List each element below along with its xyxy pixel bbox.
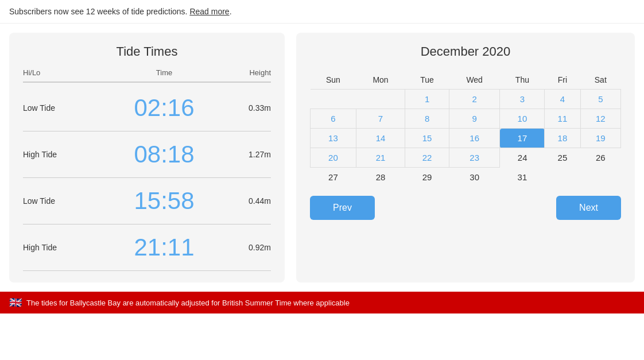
- calendar-day[interactable]: 6: [311, 109, 356, 129]
- tide-table-header: Hi/Lo Time Height: [23, 68, 271, 83]
- calendar-day[interactable]: 16: [449, 129, 500, 148]
- calendar-day[interactable]: 1: [405, 90, 449, 109]
- calendar-day[interactable]: 8: [405, 109, 449, 129]
- calendar-day[interactable]: 21: [356, 148, 405, 168]
- calendar-day-inactive: 26: [580, 148, 620, 168]
- tide-height: 1.27m: [225, 150, 271, 159]
- calendar-day[interactable]: 12: [580, 109, 620, 129]
- bottom-bar: 🇬🇧 The tides for Ballycastle Bay are aut…: [0, 292, 644, 313]
- tide-hilo: High Tide: [23, 243, 103, 252]
- top-bar: Subscribers now see 12 weeks of tide pre…: [0, 0, 644, 24]
- calendar-day[interactable]: 2: [449, 90, 500, 109]
- calendar-day-header: Sat: [580, 71, 620, 90]
- calendar-day[interactable]: 15: [405, 129, 449, 148]
- calendar-grid: SunMonTueWedThuFriSat 123456789101112131…: [310, 71, 621, 187]
- calendar-day[interactable]: 3: [500, 90, 545, 109]
- calendar-day-header: Mon: [356, 71, 405, 90]
- tide-hilo: Low Tide: [23, 196, 103, 206]
- calendar-day[interactable]: 19: [580, 129, 620, 148]
- calendar-day[interactable]: 9: [449, 109, 500, 129]
- calendar-day-inactive: 24: [500, 148, 545, 168]
- read-more-link[interactable]: Read more: [189, 7, 229, 16]
- calendar-day[interactable]: 14: [356, 129, 405, 148]
- calendar-body: 1234567891011121314151617181920212223242…: [311, 90, 621, 187]
- calendar-day-inactive: 30: [449, 168, 500, 187]
- tide-row: High Tide 08:18 1.27m: [23, 131, 271, 178]
- calendar-day-inactive: 28: [356, 168, 405, 187]
- tide-panel-title: Tide Times: [23, 44, 271, 59]
- tide-height: 0.44m: [225, 196, 271, 206]
- tide-hilo: High Tide: [23, 150, 103, 159]
- calendar-day-inactive: 27: [311, 168, 356, 187]
- calendar-day[interactable]: 10: [500, 109, 545, 129]
- flag-icon: 🇬🇧: [9, 296, 22, 309]
- tide-rows-container: Low Tide 02:16 0.33m High Tide 08:18 1.2…: [23, 85, 271, 271]
- tide-time: 02:16: [103, 94, 225, 122]
- calendar-day[interactable]: 18: [545, 129, 580, 148]
- calendar-day-header: Tue: [405, 71, 449, 90]
- tide-height: 0.92m: [225, 243, 271, 252]
- header-hilo: Hi/Lo: [23, 68, 103, 77]
- calendar-day-inactive: 31: [500, 168, 545, 187]
- main-content: Tide Times Hi/Lo Time Height Low Tide 02…: [0, 24, 644, 292]
- calendar-day[interactable]: 7: [356, 109, 405, 129]
- tide-height: 0.33m: [225, 103, 271, 113]
- calendar-selected-day[interactable]: 17: [500, 129, 545, 148]
- calendar-day-header: Thu: [500, 71, 545, 90]
- tide-row: Low Tide 15:58 0.44m: [23, 178, 271, 224]
- prev-button[interactable]: Prev: [310, 196, 375, 220]
- tide-hilo: Low Tide: [23, 103, 103, 113]
- calendar-day-header: Wed: [449, 71, 500, 90]
- tide-time: 21:11: [103, 234, 225, 261]
- calendar-day-header: Sun: [311, 71, 356, 90]
- calendar-day[interactable]: 23: [449, 148, 500, 168]
- calendar-nav: Prev Next: [310, 196, 621, 220]
- calendar-day[interactable]: 22: [405, 148, 449, 168]
- calendar-title: December 2020: [310, 44, 621, 59]
- bottombar-text: The tides for Ballycastle Bay are automa…: [26, 299, 350, 307]
- header-height: Height: [225, 68, 271, 77]
- calendar-day[interactable]: 5: [580, 90, 620, 109]
- tide-time: 08:18: [103, 141, 225, 168]
- calendar-day-header: Fri: [545, 71, 580, 90]
- calendar-day[interactable]: 11: [545, 109, 580, 129]
- tide-row: Low Tide 02:16 0.33m: [23, 85, 271, 131]
- calendar-day[interactable]: 4: [545, 90, 580, 109]
- topbar-text: Subscribers now see 12 weeks of tide pre…: [9, 7, 188, 16]
- next-button[interactable]: Next: [556, 196, 621, 220]
- calendar-day-inactive: 29: [405, 168, 449, 187]
- tide-panel: Tide Times Hi/Lo Time Height Low Tide 02…: [9, 33, 285, 282]
- calendar-day[interactable]: 20: [311, 148, 356, 168]
- calendar-day[interactable]: 13: [311, 129, 356, 148]
- calendar-head: SunMonTueWedThuFriSat: [311, 71, 621, 90]
- tide-row: High Tide 21:11 0.92m: [23, 224, 271, 271]
- calendar-panel: December 2020 SunMonTueWedThuFriSat 1234…: [296, 33, 635, 282]
- calendar-day-inactive: 25: [545, 148, 580, 168]
- header-time: Time: [103, 68, 225, 77]
- tide-time: 15:58: [103, 187, 225, 215]
